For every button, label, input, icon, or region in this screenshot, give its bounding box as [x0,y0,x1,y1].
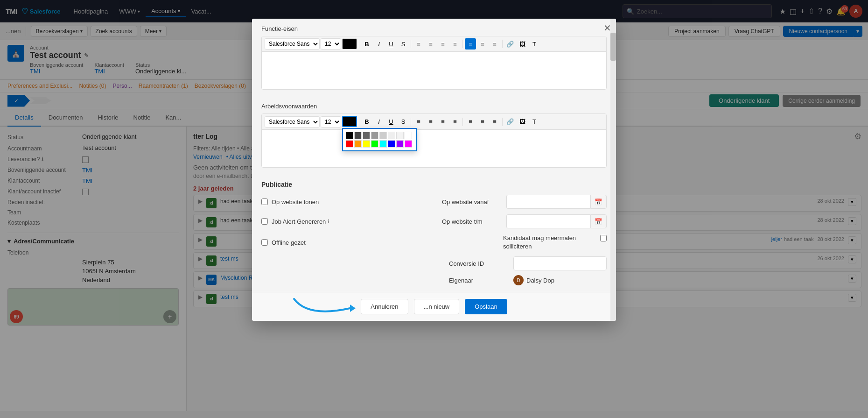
ol-btn-1[interactable]: ≡ [425,38,436,50]
website-vanaf-input[interactable] [506,195,590,209]
publicatie-section: Publicatie Op website tonen Op website v… [252,174,616,292]
font-size-select-1[interactable]: 12 [321,38,341,50]
color-cell-pink[interactable] [405,140,412,148]
color-cell-green[interactable] [371,140,378,148]
color-cell-purple[interactable] [396,140,404,148]
save-button[interactable]: Opslaan [465,299,507,314]
functie-eisen-label: Functie-eisen [261,25,607,32]
job-alert-checkbox[interactable] [261,218,268,225]
color-cell-light[interactable] [379,132,387,139]
op-website-label: Op website tonen [272,198,319,205]
italic-btn-1[interactable]: I [373,38,385,50]
eigenaar-value: D Daisy Dop [513,275,607,285]
font-family-select-1[interactable]: Salesforce Sans [265,38,320,50]
rte-body-2[interactable] [262,130,606,167]
website-tm-input[interactable] [506,214,590,228]
underline-btn-2[interactable]: U [385,116,397,128]
align-left-btn-2[interactable]: ≡ [465,116,476,128]
pub-field-website-vanaf: Op website vanaf 📅 [442,195,607,209]
ol-btn-2[interactable]: ≡ [425,116,436,128]
conversie-input[interactable] [513,256,607,270]
pub-field-meermalen: Kandidaat mag meermalen solliciteren [503,234,607,251]
underline-btn-1[interactable]: U [385,38,397,50]
cal-btn-1[interactable]: 📅 [590,195,607,209]
indent-btn-1[interactable]: ≡ [437,38,448,50]
cal-btn-2[interactable]: 📅 [590,214,607,228]
scroll-thumb[interactable] [610,33,616,61]
color-cell-black[interactable] [346,132,353,139]
font-family-select-2[interactable]: Salesforce Sans [265,116,320,128]
color-cell-cyan[interactable] [379,140,387,148]
outdent-btn-2[interactable]: ≡ [449,116,461,128]
pub-field-website: Op website tonen [261,198,319,205]
outdent-btn-1[interactable]: ≡ [449,38,461,50]
font-size-select-2[interactable]: 12 [321,116,341,128]
color-cell-gray[interactable] [363,132,370,139]
modal-footer: Annuleren ...n nieuw Opslaan [252,292,616,321]
rte-sep-1 [359,40,359,48]
link-btn-1[interactable]: 🔗 [504,38,516,50]
rte-sep-6 [411,118,411,126]
conversie-label: Conversie ID [449,260,510,267]
align-left-btn-1[interactable]: ≡ [465,38,476,50]
eigenaar-label: Eigenaar [449,277,510,284]
arbeidsvoorwaarden-rte: Salesforce Sans 12 [261,113,607,168]
ul-btn-2[interactable]: ≡ [413,116,424,128]
rte-toolbar-1: Salesforce Sans 12 B I U S ≡ ≡ ≡ ≡ [262,36,606,52]
rte-body-1[interactable] [262,52,606,89]
rte-sep-2 [411,40,411,48]
color-cell-med[interactable] [371,132,378,139]
meermalen-checkbox[interactable] [600,235,607,241]
date-input-1: 📅 [506,195,607,209]
align-center-btn-1[interactable]: ≡ [477,38,488,50]
save-new-button[interactable]: ...n nieuw [414,299,460,314]
align-right-btn-1[interactable]: ≡ [489,38,500,50]
pub-row-1: Op website tonen Op website vanaf 📅 [261,195,607,209]
bold-btn-1[interactable]: B [361,38,372,50]
op-website-tm-label: Op website t/m [442,218,503,225]
color-cell-red[interactable] [346,140,353,148]
eigenaar-row: Eigenaar D Daisy Dop [261,275,607,285]
color-cell-yellow[interactable] [363,140,370,148]
pub-field-website-tm: Op website t/m 📅 [442,214,607,228]
modal-scrollbar [610,19,616,321]
source-btn-2[interactable]: T [529,116,540,128]
rte-sep-4 [502,40,503,48]
italic-btn-2[interactable]: I [373,116,385,128]
cancel-button[interactable]: Annuleren [361,299,408,314]
job-alert-label: Job Alert Genereren ℹ [272,218,329,225]
strikethrough-btn-2[interactable]: S [398,116,409,128]
color-cell-white[interactable] [405,132,412,139]
align-right-btn-2[interactable]: ≡ [489,116,500,128]
modal-close-btn[interactable]: ✕ [603,22,611,34]
color-cell-snow[interactable] [396,132,404,139]
pub-row-2: Job Alert Genereren ℹ Op website t/m 📅 [261,214,607,228]
color-btn-2[interactable] [342,116,357,127]
color-btn-1[interactable] [342,38,357,50]
color-cell-blue[interactable] [388,140,395,148]
pub-field-jobalert: Job Alert Genereren ℹ [261,218,329,225]
rte-sep-5 [359,118,359,126]
op-website-checkbox[interactable] [261,198,268,205]
indent-btn-2[interactable]: ≡ [437,116,448,128]
offline-checkbox[interactable] [261,239,268,246]
eigenaar-avatar: D [513,275,524,285]
strikethrough-btn-1[interactable]: S [398,38,409,50]
source-btn-1[interactable]: T [529,38,540,50]
color-cell-dark[interactable] [354,132,362,139]
modal-overlay: ✕ Functie-eisen Salesforce Sans 12 [0,0,868,418]
color-cell-lighter[interactable] [388,132,395,139]
ul-btn-1[interactable]: ≡ [413,38,424,50]
link-btn-2[interactable]: 🔗 [504,116,516,128]
arbeidsvoorwaarden-section: Arbeidsvoorwaarden Salesforce Sans 12 [252,96,616,174]
date-input-2: 📅 [506,214,607,228]
color-cell-orange[interactable] [354,140,362,148]
color-picker-container [342,116,357,128]
image-btn-2[interactable]: 🖼 [517,116,528,128]
align-center-btn-2[interactable]: ≡ [477,116,488,128]
color-grid [346,132,413,148]
image-btn-1[interactable]: 🖼 [517,38,528,50]
eigenaar-name: Daisy Dop [526,277,554,284]
functie-eisen-rte: Salesforce Sans 12 B I U S ≡ ≡ ≡ ≡ [261,36,607,90]
bold-btn-2[interactable]: B [361,116,372,128]
